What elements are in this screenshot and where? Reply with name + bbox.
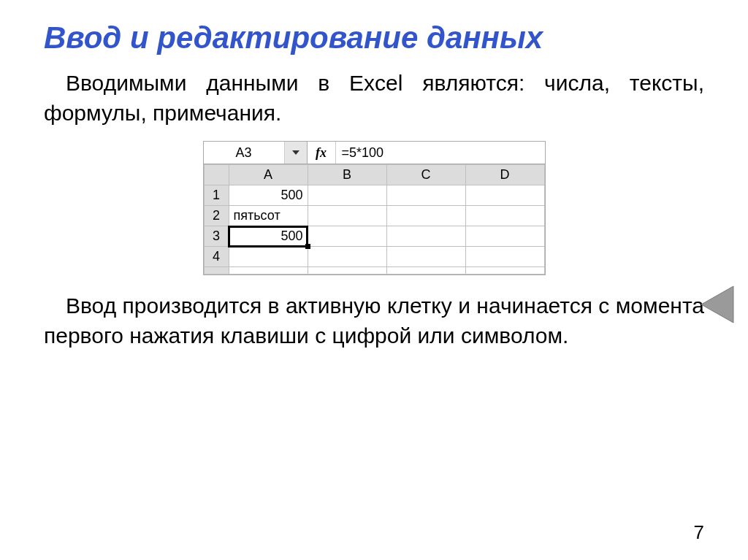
col-header-c[interactable]: C — [386, 165, 465, 185]
cell-d4[interactable] — [465, 247, 544, 267]
cell-cut — [229, 267, 308, 275]
table-row-cut — [204, 267, 544, 275]
cell-a3-value: 500 — [280, 229, 302, 243]
name-box[interactable]: A3 — [204, 142, 284, 164]
fill-handle[interactable] — [305, 244, 310, 249]
cell-d2[interactable] — [465, 206, 544, 226]
cell-b2[interactable] — [308, 206, 386, 226]
cell-a2[interactable]: пятьсот — [229, 206, 308, 226]
cell-c4[interactable] — [386, 247, 465, 267]
cell-cut — [465, 267, 544, 275]
formula-bar: A3 fx =5*100 — [204, 142, 545, 164]
spreadsheet-grid: A B C D 1 500 2 пятьсот — [204, 164, 545, 275]
cell-b4[interactable] — [308, 247, 386, 267]
col-header-a[interactable]: A — [229, 165, 308, 185]
col-header-b[interactable]: B — [308, 165, 386, 185]
cell-d1[interactable] — [465, 185, 544, 206]
table-row: 1 500 — [204, 185, 544, 206]
col-header-d[interactable]: D — [465, 165, 544, 185]
cell-b3[interactable] — [308, 226, 386, 247]
cell-c3[interactable] — [386, 226, 465, 247]
triangle-left-icon — [691, 279, 742, 330]
table-row: 3 500 — [204, 226, 544, 247]
fx-button[interactable]: fx — [308, 142, 336, 164]
excel-screenshot: A3 fx =5*100 A B C D 1 500 — [203, 141, 546, 275]
paragraph-intro: Вводимыми данными в Excel являются: числ… — [44, 69, 704, 128]
select-all-corner[interactable] — [204, 165, 229, 185]
table-row: 2 пятьсот — [204, 206, 544, 226]
cell-c2[interactable] — [386, 206, 465, 226]
table-row: 4 — [204, 247, 544, 267]
cell-a1[interactable]: 500 — [229, 185, 308, 206]
cell-b1[interactable] — [308, 185, 386, 206]
paragraph-detail: Ввод производится в активную клетку и на… — [44, 291, 704, 350]
row-header-3[interactable]: 3 — [204, 226, 229, 247]
row-header-2[interactable]: 2 — [204, 206, 229, 226]
cell-cut — [386, 267, 465, 275]
cell-d3[interactable] — [465, 226, 544, 247]
cell-a4[interactable] — [229, 247, 308, 267]
cell-cut — [308, 267, 386, 275]
cell-a3-active[interactable]: 500 — [229, 226, 308, 247]
formula-input[interactable]: =5*100 — [336, 142, 545, 164]
previous-slide-button[interactable] — [691, 279, 742, 330]
page-title: Ввод и редактирование данных — [44, 20, 704, 55]
cell-c1[interactable] — [386, 185, 465, 206]
page-number: 7 — [694, 521, 704, 544]
row-header-1[interactable]: 1 — [204, 185, 229, 206]
row-header-cut — [204, 267, 229, 275]
chevron-down-icon — [292, 150, 299, 155]
name-box-dropdown[interactable] — [284, 142, 308, 164]
row-header-4[interactable]: 4 — [204, 247, 229, 267]
